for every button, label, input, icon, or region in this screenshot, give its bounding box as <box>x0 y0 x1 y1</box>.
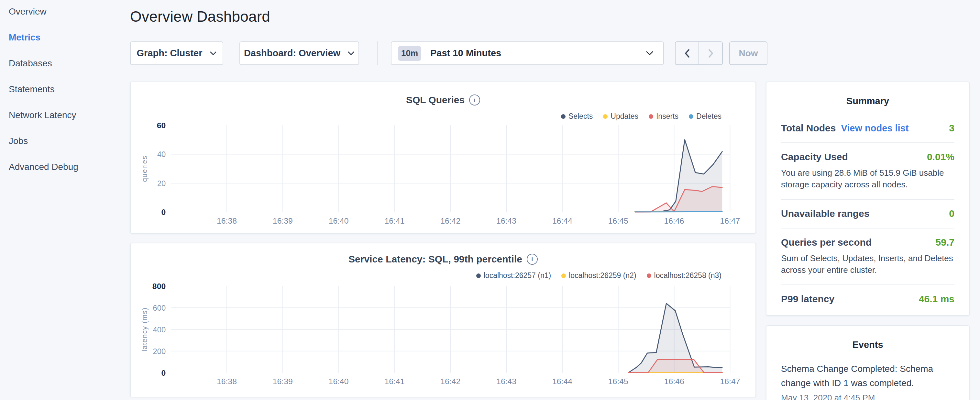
svg-text:200: 200 <box>153 347 166 356</box>
event-message: Schema Change Completed: Schema change w… <box>781 362 955 390</box>
svg-text:60: 60 <box>157 121 166 130</box>
sql-queries-chart-card: SQL Queries i SelectsUpdatesInsertsDelet… <box>130 81 756 234</box>
summary-row-desc: You are using 28.6 MiB of 515.9 GiB usab… <box>781 167 955 190</box>
svg-text:16:38: 16:38 <box>217 377 237 386</box>
summary-row-p99-latency: P99 latency 46.1 ms <box>781 284 955 313</box>
summary-row-value: 3 <box>949 123 955 134</box>
page-title: Overview Dashboard <box>130 8 270 25</box>
svg-text:16:47: 16:47 <box>720 377 740 386</box>
sidebar-item-statements[interactable]: Statements <box>0 83 130 109</box>
chevron-right-icon <box>708 49 714 58</box>
sidebar-item-advanced-debug[interactable]: Advanced Debug <box>0 161 130 186</box>
chevron-left-icon <box>684 49 690 58</box>
summary-row-unavailable-ranges: Unavailable ranges 0 <box>781 199 955 228</box>
sidebar-item-network-latency[interactable]: Network Latency <box>0 109 130 135</box>
time-step-forward-button[interactable] <box>698 42 722 64</box>
svg-text:16:42: 16:42 <box>440 377 460 386</box>
dashboard-dropdown-label: Dashboard: Overview <box>244 48 340 59</box>
info-icon[interactable]: i <box>469 94 480 105</box>
chart-title-row: SQL Queries i <box>131 94 756 105</box>
sidebar: Overview Metrics Databases Statements Ne… <box>0 0 130 400</box>
svg-text:600: 600 <box>153 304 166 312</box>
legend-dot <box>689 114 694 119</box>
summary-row-label: Capacity Used <box>781 151 848 163</box>
now-button[interactable]: Now <box>729 41 767 65</box>
legend-item: Inserts <box>649 112 678 121</box>
legend-dot <box>561 114 566 119</box>
svg-text:800: 800 <box>153 282 165 291</box>
info-icon[interactable]: i <box>527 254 538 265</box>
time-window-dropdown[interactable]: 10m Past 10 Minutes <box>391 41 664 65</box>
sidebar-item-metrics[interactable]: Metrics <box>0 31 130 57</box>
service-latency-chart-card: Service Latency: SQL, 99th percentile i … <box>130 243 756 397</box>
sidebar-item-jobs[interactable]: Jobs <box>0 135 130 161</box>
event-list-item: Schema Change Completed: Schema change w… <box>781 362 955 400</box>
summary-row-label: P99 latency <box>781 293 834 304</box>
legend-item: localhost:26259 (n2) <box>562 271 636 280</box>
legend-dot <box>562 274 566 278</box>
summary-row-label: Queries per second <box>781 237 872 248</box>
summary-row-label: Unavailable ranges <box>781 208 869 219</box>
svg-text:0: 0 <box>161 369 165 377</box>
legend-item: Selects <box>561 112 593 121</box>
summary-row-value: 0.01% <box>927 151 955 163</box>
svg-text:16:42: 16:42 <box>440 217 460 225</box>
time-window-label: Past 10 Minutes <box>430 48 646 59</box>
svg-text:0: 0 <box>161 208 166 217</box>
view-nodes-list-link[interactable]: View nodes list <box>841 123 908 134</box>
summary-row-capacity-used: Capacity Used 0.01% You are using 28.6 M… <box>781 142 955 199</box>
legend-label: Deletes <box>696 112 721 121</box>
svg-text:16:39: 16:39 <box>273 217 293 225</box>
event-timestamp: May 13, 2020 at 4:45 PM <box>781 393 955 400</box>
legend-dot <box>647 274 651 278</box>
chevron-down-icon <box>347 51 355 56</box>
svg-text:400: 400 <box>153 325 166 334</box>
chevron-down-icon <box>210 51 217 56</box>
legend-item: Deletes <box>689 112 721 121</box>
legend-label: localhost:26259 (n2) <box>569 271 636 280</box>
time-step-buttons <box>675 41 723 65</box>
svg-text:20: 20 <box>157 179 165 188</box>
summary-row-value: 46.1 ms <box>919 293 955 304</box>
svg-text:16:45: 16:45 <box>608 377 628 386</box>
svg-text:16:46: 16:46 <box>664 217 684 225</box>
svg-text:16:41: 16:41 <box>384 217 404 225</box>
graph-scope-dropdown-label: Graph: Cluster <box>137 48 202 59</box>
svg-text:16:46: 16:46 <box>664 377 684 386</box>
dashboard-dropdown[interactable]: Dashboard: Overview <box>239 41 359 65</box>
chart-title: SQL Queries <box>406 94 465 105</box>
legend-label: localhost:26258 (n3) <box>654 271 721 280</box>
legend-dot <box>476 274 481 278</box>
time-step-back-button[interactable] <box>676 42 698 64</box>
graph-scope-dropdown[interactable]: Graph: Cluster <box>130 41 223 65</box>
svg-text:16:43: 16:43 <box>496 377 516 386</box>
legend-item: localhost:26257 (n1) <box>476 271 551 280</box>
legend-label: localhost:26257 (n1) <box>484 271 551 280</box>
svg-text:16:41: 16:41 <box>384 377 404 386</box>
sidebar-item-databases[interactable]: Databases <box>0 57 130 83</box>
chart-title: Service Latency: SQL, 99th percentile <box>348 254 522 265</box>
sidebar-item-overview[interactable]: Overview <box>0 5 130 31</box>
summary-panel: Summary Total Nodes View nodes list 3 Ca… <box>766 81 970 316</box>
svg-text:16:45: 16:45 <box>608 217 628 225</box>
svg-text:16:43: 16:43 <box>496 217 516 225</box>
events-panel-title: Events <box>781 326 955 360</box>
chevron-down-icon <box>646 51 654 56</box>
svg-text:16:44: 16:44 <box>552 377 572 386</box>
svg-text:16:40: 16:40 <box>329 377 349 386</box>
summary-row-value: 0 <box>949 208 955 219</box>
summary-row-total-nodes: Total Nodes View nodes list 3 <box>781 116 955 142</box>
chart-legend: SelectsUpdatesInsertsDeletes <box>561 112 721 121</box>
controls-divider <box>377 41 377 65</box>
legend-item: localhost:26258 (n3) <box>647 271 721 280</box>
svg-text:queries: queries <box>140 155 148 182</box>
svg-text:16:38: 16:38 <box>217 217 237 225</box>
service-latency-chart-plot[interactable]: 16:3816:3916:4016:4116:4216:4316:4416:45… <box>131 243 756 397</box>
legend-dot <box>649 114 653 119</box>
svg-text:16:47: 16:47 <box>720 217 740 225</box>
events-panel: Events Schema Change Completed: Schema c… <box>766 325 970 400</box>
chart-title-row: Service Latency: SQL, 99th percentile i <box>131 254 756 265</box>
summary-row-value: 59.7 <box>935 237 955 248</box>
legend-dot <box>603 114 608 119</box>
svg-text:latency (ms): latency (ms) <box>140 307 148 351</box>
